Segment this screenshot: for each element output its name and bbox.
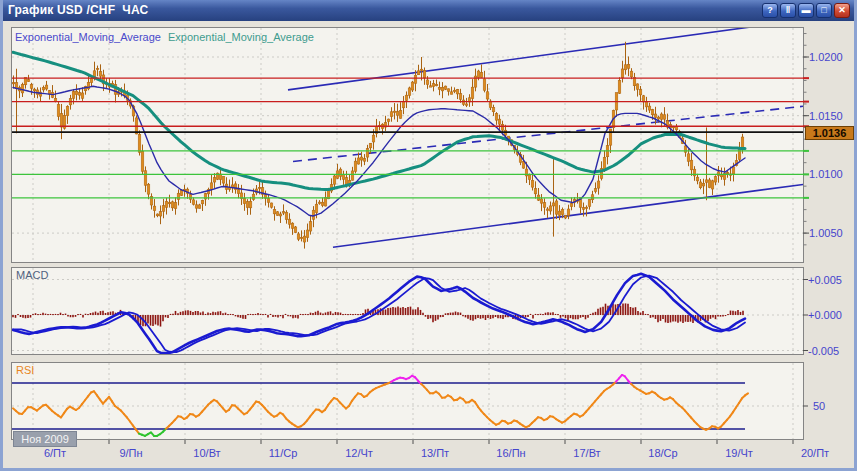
current-price-badge: 1.0136 — [805, 126, 854, 140]
macd-canvas[interactable] — [12, 268, 803, 354]
price-tick-label: 1.0100 — [809, 168, 843, 181]
date-label: 6/Пт — [27, 447, 83, 459]
rsi-tick-label: 50 — [813, 400, 825, 413]
date-label: 13/Пт — [407, 447, 463, 459]
legend-item-ema-2: Exponential_Moving_Average — [168, 31, 314, 43]
macd-tick-label: +0.000 — [808, 309, 842, 322]
date-label: 10/Вт — [179, 447, 235, 459]
date-label: 11/Ср — [255, 447, 311, 459]
window-title: График USD /CHF ЧАС — [8, 3, 148, 17]
indicator-legend: Exponential_Moving_AverageExponential_Mo… — [15, 31, 321, 43]
price-chart-canvas[interactable] — [12, 28, 803, 262]
month-label: Ноя 2009 — [13, 431, 77, 447]
price-chart-panel[interactable] — [11, 27, 804, 263]
legend-item-ema-1: Exponential_Moving_Average — [15, 31, 161, 43]
macd-label: MACD — [16, 269, 48, 281]
chart-window: График USD /CHF ЧАС ?‖▬□✕ Exponential_Mo… — [0, 0, 857, 471]
rsi-label: RSI — [16, 364, 34, 376]
date-label: 20/Пт — [787, 447, 843, 459]
minimize-button[interactable]: ▬ — [798, 3, 814, 18]
macd-panel[interactable] — [11, 267, 804, 355]
macd-tick-label: -0.005 — [808, 345, 839, 358]
price-tick-label: 1.0150 — [809, 110, 843, 123]
date-label: 16/Пн — [483, 447, 539, 459]
rsi-canvas[interactable] — [12, 363, 803, 439]
date-label: 19/Чт — [711, 447, 767, 459]
date-label: 17/Вт — [559, 447, 615, 459]
help-button[interactable]: ? — [762, 3, 778, 18]
rsi-panel[interactable] — [11, 362, 804, 440]
close-button[interactable]: ✕ — [834, 3, 850, 18]
price-tick-label: 1.0200 — [809, 51, 843, 64]
pause-button[interactable]: ‖ — [780, 3, 796, 18]
date-label: 12/Чт — [331, 447, 387, 459]
window-buttons: ?‖▬□✕ — [762, 3, 850, 18]
time-axis-ticks — [11, 440, 804, 447]
date-label: 9/Пн — [103, 447, 159, 459]
title-bar[interactable]: График USD /CHF ЧАС ?‖▬□✕ — [0, 0, 857, 21]
date-label: 18/Ср — [635, 447, 691, 459]
price-tick-label: 1.0050 — [809, 227, 843, 240]
macd-tick-label: +0.005 — [808, 274, 842, 287]
maximize-button[interactable]: □ — [816, 3, 832, 18]
